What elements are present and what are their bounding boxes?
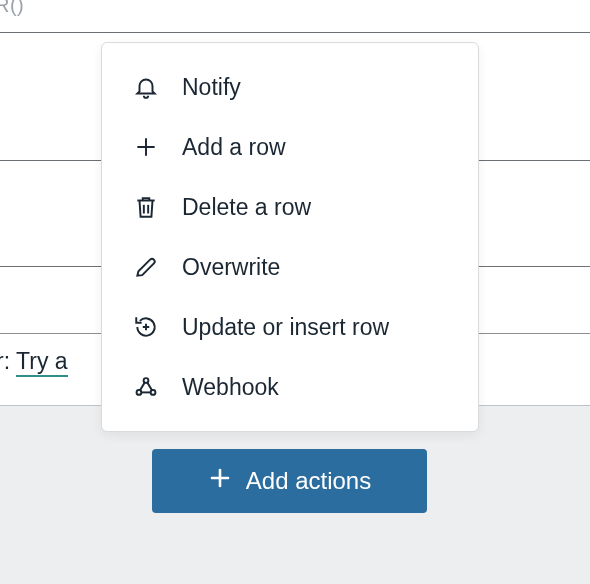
menu-item-overwrite[interactable]: Overwrite	[102, 237, 478, 297]
webhook-icon	[132, 373, 160, 401]
menu-item-label: Webhook	[182, 374, 279, 401]
try-formula-hint[interactable]: r: Try a	[0, 348, 68, 375]
menu-item-label: Delete a row	[182, 194, 311, 221]
menu-item-label: Overwrite	[182, 254, 280, 281]
menu-item-webhook[interactable]: Webhook	[102, 357, 478, 417]
menu-item-add-row[interactable]: Add a row	[102, 117, 478, 177]
svg-point-10	[151, 390, 156, 395]
bell-icon	[132, 73, 160, 101]
update-icon	[132, 313, 160, 341]
partial-formula-text: R()	[0, 0, 24, 17]
svg-point-9	[137, 390, 142, 395]
menu-item-upsert-row[interactable]: Update or insert row	[102, 297, 478, 357]
pencil-icon	[132, 253, 160, 281]
menu-item-notify[interactable]: Notify	[102, 57, 478, 117]
plus-icon	[132, 133, 160, 161]
trash-icon	[132, 193, 160, 221]
menu-item-label: Update or insert row	[182, 314, 389, 341]
menu-item-label: Notify	[182, 74, 241, 101]
try-prefix: r:	[0, 348, 16, 374]
add-actions-label: Add actions	[246, 467, 371, 495]
plus-icon	[208, 466, 232, 496]
menu-item-label: Add a row	[182, 134, 286, 161]
divider	[0, 32, 590, 33]
try-formula-link[interactable]: Try a	[16, 348, 68, 377]
add-actions-button[interactable]: Add actions	[152, 449, 427, 513]
menu-item-delete-row[interactable]: Delete a row	[102, 177, 478, 237]
actions-menu: Notify Add a row Delete a row Overwrite …	[101, 42, 479, 432]
